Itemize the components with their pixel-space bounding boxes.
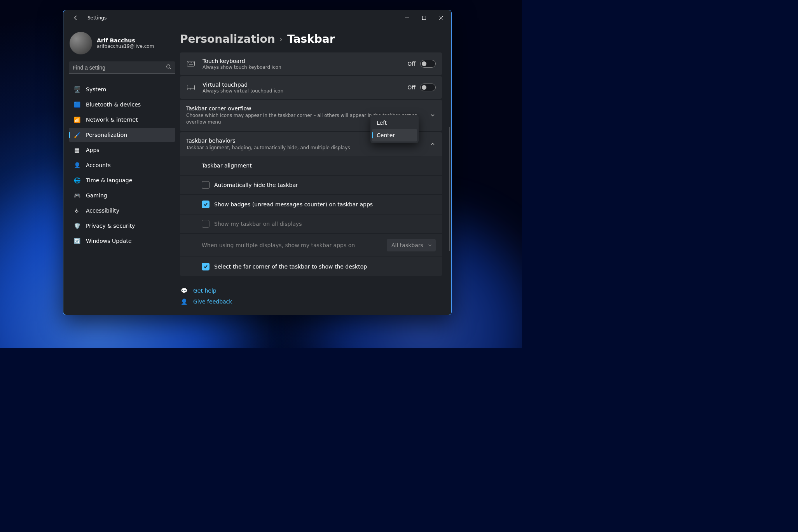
- far-corner-row[interactable]: Select the far corner of the taskbar to …: [180, 257, 442, 276]
- chevron-down-icon: [428, 242, 432, 248]
- profile-name: Arif Bacchus: [97, 37, 154, 44]
- feedback-icon: 👤: [180, 298, 188, 305]
- chevron-right-icon: ›: [280, 35, 283, 43]
- help-links: 💬 Get help 👤 Give feedback: [180, 285, 442, 307]
- nav-network[interactable]: 📶Network & internet: [69, 113, 175, 127]
- svg-line-3: [170, 68, 171, 70]
- apps-icon: ▦: [73, 147, 80, 153]
- auto-hide-checkbox[interactable]: [202, 181, 210, 189]
- badges-checkbox[interactable]: [202, 201, 210, 208]
- minimize-button[interactable]: [398, 12, 416, 24]
- toggle-state: Off: [407, 61, 416, 67]
- alignment-option-left[interactable]: Left: [372, 117, 417, 129]
- svg-point-2: [167, 65, 170, 68]
- window-title: Settings: [87, 15, 107, 21]
- profile-email: arifbacchus19@live.com: [97, 44, 154, 49]
- display-icon: 🖥️: [73, 86, 80, 93]
- virtual-touchpad-row: Virtual touchpad Always show virtual tou…: [180, 76, 442, 99]
- svg-point-5: [188, 62, 189, 63]
- gamepad-icon: 🎮: [73, 192, 80, 199]
- search-box[interactable]: [69, 61, 175, 74]
- shield-icon: 🛡️: [73, 222, 80, 229]
- chevron-down-icon: [430, 112, 435, 119]
- alignment-option-center[interactable]: Center: [372, 129, 417, 141]
- search-icon: [166, 64, 171, 71]
- virtual-touchpad-toggle[interactable]: [420, 84, 436, 91]
- multi-display-row: When using multiple displays, show my ta…: [180, 234, 442, 256]
- multi-display-select: All taskbars: [387, 239, 436, 251]
- content: Personalization › Taskbar Touch keyboard…: [180, 26, 451, 315]
- maximize-button[interactable]: [416, 12, 433, 24]
- badges-row[interactable]: Show badges (unread messages counter) on…: [180, 195, 442, 214]
- touch-keyboard-row: Touch keyboard Always show touch keyboar…: [180, 52, 442, 75]
- nav-bluetooth[interactable]: 🟦Bluetooth & devices: [69, 98, 175, 112]
- bluetooth-icon: 🟦: [73, 101, 80, 108]
- nav-apps[interactable]: ▦Apps: [69, 143, 175, 157]
- update-icon: 🔄: [73, 237, 80, 244]
- touch-keyboard-toggle[interactable]: [420, 60, 436, 68]
- svg-point-7: [191, 62, 192, 63]
- breadcrumb-current: Taskbar: [287, 33, 335, 45]
- svg-rect-9: [189, 65, 193, 65]
- svg-point-6: [190, 62, 190, 63]
- chevron-up-icon: [430, 140, 435, 148]
- wifi-icon: 📶: [73, 116, 80, 123]
- nav-privacy[interactable]: 🛡️Privacy & security: [69, 219, 175, 233]
- person-icon: 👤: [73, 162, 80, 169]
- accessibility-icon: ♿: [73, 207, 80, 214]
- give-feedback-link[interactable]: 👤 Give feedback: [180, 296, 442, 307]
- touchpad-icon: [187, 84, 195, 91]
- nav: 🖥️System 🟦Bluetooth & devices 📶Network &…: [69, 82, 175, 248]
- back-button[interactable]: [70, 12, 81, 23]
- settings-window: Settings Arif Bacchus arifbacchus19@live…: [63, 10, 452, 315]
- breadcrumb: Personalization › Taskbar: [180, 33, 442, 45]
- all-displays-row: Show my taskbar on all displays: [180, 215, 442, 233]
- globe-icon: 🌐: [73, 177, 80, 184]
- keyboard-icon: [187, 60, 195, 68]
- search-input[interactable]: [73, 65, 166, 71]
- profile-block[interactable]: Arif Bacchus arifbacchus19@live.com: [69, 30, 175, 61]
- avatar: [70, 32, 92, 54]
- sidebar: Arif Bacchus arifbacchus19@live.com 🖥️Sy…: [63, 26, 180, 315]
- nav-accounts[interactable]: 👤Accounts: [69, 158, 175, 172]
- titlebar: Settings: [63, 10, 451, 26]
- svg-point-8: [193, 62, 194, 63]
- help-icon: 💬: [180, 288, 188, 294]
- all-displays-checkbox: [202, 220, 210, 228]
- svg-rect-1: [423, 16, 426, 20]
- get-help-link[interactable]: 💬 Get help: [180, 285, 442, 296]
- nav-time[interactable]: 🌐Time & language: [69, 173, 175, 187]
- nav-accessibility[interactable]: ♿Accessibility: [69, 204, 175, 218]
- svg-rect-4: [187, 61, 195, 66]
- auto-hide-row[interactable]: Automatically hide the taskbar: [180, 176, 442, 194]
- nav-gaming[interactable]: 🎮Gaming: [69, 188, 175, 202]
- nav-system[interactable]: 🖥️System: [69, 82, 175, 96]
- alignment-dropdown: Left Center: [370, 115, 419, 143]
- nav-personalization[interactable]: 🖌️Personalization: [69, 128, 175, 142]
- toggle-state: Off: [407, 84, 416, 91]
- breadcrumb-parent[interactable]: Personalization: [180, 33, 275, 45]
- alignment-row: Taskbar alignment: [180, 156, 442, 175]
- nav-update[interactable]: 🔄Windows Update: [69, 234, 175, 248]
- brush-icon: 🖌️: [73, 131, 80, 138]
- scrollbar[interactable]: [449, 127, 450, 251]
- far-corner-checkbox[interactable]: [202, 263, 210, 270]
- close-button[interactable]: [433, 12, 450, 24]
